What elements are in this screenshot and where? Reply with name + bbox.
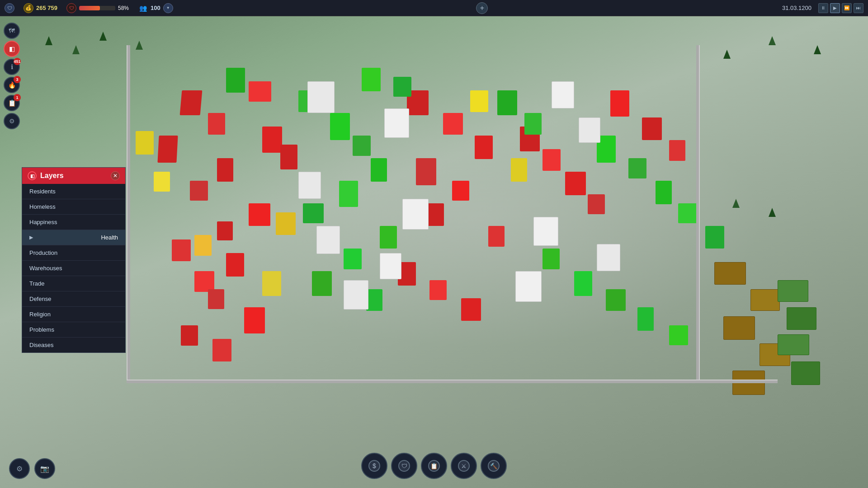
game-date: 31.03.1200	[782, 5, 811, 11]
svg-text:📋: 📋	[430, 462, 438, 470]
layer-item-warehouses[interactable]: Warehouses	[22, 261, 125, 276]
layer-item-residents[interactable]: Residents	[22, 184, 125, 199]
shield-section: 🛡	[5, 3, 14, 13]
sidebar-item-layers[interactable]: ◧	[4, 41, 20, 57]
health-bar	[79, 6, 115, 10]
info-badge: 451	[14, 58, 21, 65]
hammer-toolbar-icon: 🔨	[487, 460, 500, 472]
scroll-toolbar-icon: 📋	[428, 460, 440, 472]
layers-panel-header: ◧ Layers ✕	[22, 168, 125, 184]
shield-toolbar-icon: 🛡	[398, 460, 410, 472]
coin-icon: 💰	[24, 3, 33, 13]
dropdown-icon[interactable]: ▼	[163, 3, 173, 13]
game-world	[0, 0, 868, 488]
camera-button[interactable]: 📷	[34, 458, 55, 479]
layer-item-problems[interactable]: Problems	[22, 322, 125, 338]
svg-text:🔨: 🔨	[490, 462, 498, 470]
sword-toolbar-icon: ⚔	[458, 460, 470, 472]
layers-panel-title: ◧ Layers	[28, 171, 64, 180]
toolbar-hammer-button[interactable]: 🔨	[481, 453, 507, 479]
left-sidebar: 🗺 ◧ ℹ 451 🔥 3 📋 1 ⚙	[4, 23, 20, 129]
bottom-left-buttons: ⚙ 📷	[9, 458, 55, 479]
people-section: 👥 100 ▼	[138, 3, 173, 13]
sidebar-item-info[interactable]: ℹ 451	[4, 59, 20, 75]
bottom-toolbar: $ 🛡 📋 ⚔ 🔨	[361, 453, 507, 479]
health-bar-fill	[79, 6, 100, 10]
svg-text:🛡: 🛡	[401, 463, 407, 469]
settings-button[interactable]: ⚙	[9, 458, 30, 479]
toolbar-shield-button[interactable]: 🛡	[391, 453, 417, 479]
shield-hud-icon: 🛡	[5, 3, 14, 13]
hud-center: +	[182, 2, 782, 14]
toolbar-sword-button[interactable]: ⚔	[451, 453, 477, 479]
sidebar-item-map[interactable]: 🗺	[4, 23, 20, 39]
sidebar-item-fire[interactable]: 🔥 3	[4, 77, 20, 93]
health-pct: 58%	[118, 5, 129, 11]
svg-text:⚔: ⚔	[461, 463, 467, 469]
hud-right: 31.03.1200 ⏸ ▶ ⏩ ⏭	[782, 3, 863, 13]
people-value: 100	[151, 5, 160, 11]
add-center-button[interactable]: +	[476, 2, 488, 14]
layer-item-trade[interactable]: Trade	[22, 276, 125, 291]
health-chevron: ▶	[29, 235, 33, 240]
health-section: 🛡 58%	[66, 3, 129, 13]
layer-item-defense[interactable]: Defense	[22, 291, 125, 307]
coin-toolbar-icon: $	[368, 460, 381, 472]
toolbar-coin-button[interactable]: $	[361, 453, 387, 479]
fastest-button[interactable]: ⏭	[854, 3, 863, 13]
people-icon: 👥	[138, 3, 148, 13]
top-hud: 🛡 💰 265 759 🛡 58% 👥 100 ▼ + 31.03.1200 ⏸…	[0, 0, 868, 16]
layer-item-homeless[interactable]: Homeless	[22, 199, 125, 215]
health-hud-icon: 🛡	[66, 3, 76, 13]
layers-panel: ◧ Layers ✕ Residents Homeless Happiness …	[22, 167, 126, 353]
sidebar-item-settings[interactable]: ⚙	[4, 113, 20, 129]
layers-panel-close[interactable]: ✕	[111, 171, 120, 180]
layer-item-religion[interactable]: Religion	[22, 307, 125, 322]
svg-text:$: $	[373, 462, 376, 469]
layer-item-health[interactable]: ▶ Health	[22, 230, 125, 245]
layers-panel-icon: ◧	[28, 171, 37, 180]
play-button[interactable]: ▶	[830, 3, 840, 13]
game-controls: ⏸ ▶ ⏩ ⏭	[818, 3, 863, 13]
fire-badge: 3	[14, 76, 21, 83]
fast-forward-button[interactable]: ⏩	[842, 3, 852, 13]
layer-item-production[interactable]: Production	[22, 245, 125, 261]
toolbar-scroll-button[interactable]: 📋	[421, 453, 447, 479]
sidebar-item-doc[interactable]: 📋 1	[4, 95, 20, 111]
doc-badge: 1	[14, 94, 21, 101]
coins-section: 💰 265 759	[24, 3, 57, 13]
layer-item-happiness[interactable]: Happiness	[22, 215, 125, 230]
pause-button[interactable]: ⏸	[818, 3, 828, 13]
coin-value: 265 759	[36, 5, 57, 11]
layer-item-diseases[interactable]: Diseases	[22, 338, 125, 352]
